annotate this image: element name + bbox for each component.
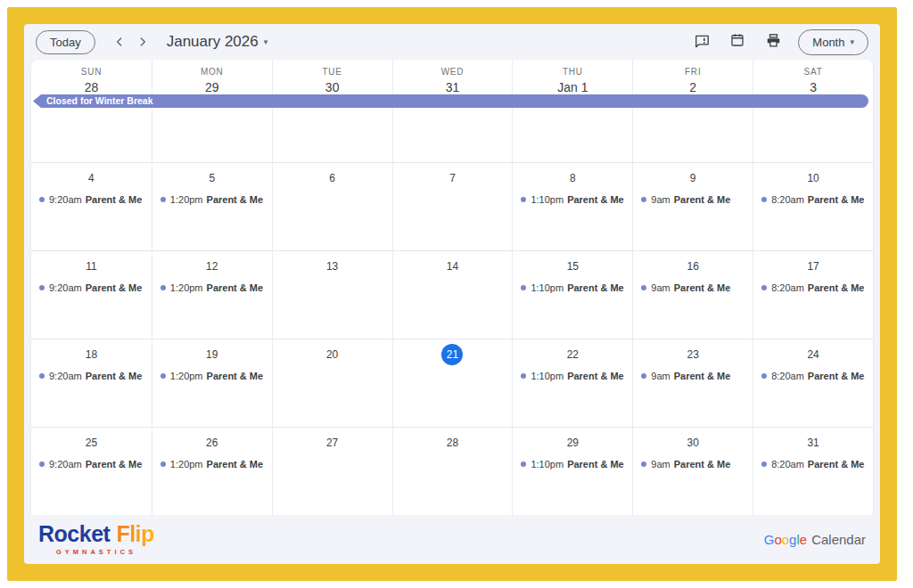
cell-date-label: 30: [682, 432, 703, 453]
event-parent-me[interactable]: 1:10pmParent & Me: [521, 368, 629, 384]
event-parent-me[interactable]: 8:20amParent & Me: [761, 368, 869, 384]
page-title: January 2026: [167, 33, 259, 51]
day-cell-22: 221:10pmParent & Me: [512, 339, 632, 427]
event-parent-me[interactable]: 9amParent & Me: [641, 280, 749, 296]
day-cell-18: 189:20amParent & Me: [31, 339, 152, 427]
event-parent-me[interactable]: 9amParent & Me: [641, 368, 749, 384]
event-parent-me[interactable]: 9amParent & Me: [641, 456, 749, 472]
event-parent-me[interactable]: 1:10pmParent & Me: [521, 192, 629, 208]
event-dot-icon: [641, 285, 646, 290]
event-title: Parent & Me: [567, 459, 624, 470]
event-time: 8:20am: [771, 194, 804, 205]
event-time: 1:10pm: [531, 282, 563, 293]
event-time: 9:20am: [49, 371, 82, 381]
cell-date-label: 17: [802, 256, 824, 277]
event-title: Parent & Me: [674, 282, 731, 293]
prev-month-button[interactable]: [108, 30, 131, 53]
event-title: Parent & Me: [86, 194, 143, 205]
view-selector-label: Month: [812, 36, 844, 49]
feedback-button[interactable]: [689, 29, 714, 54]
event-title: Parent & Me: [674, 194, 731, 205]
event-dot-icon: [761, 373, 767, 379]
chevron-down-icon: ▾: [850, 37, 854, 46]
event-closed-for-winter-break[interactable]: Closed for Winter Break: [33, 94, 868, 108]
event-time: 1:10pm: [531, 371, 563, 381]
cell-date-label: 5: [202, 167, 223, 189]
event-title: Parent & Me: [207, 459, 264, 470]
day-cell-19: 191:20pmParent & Me: [152, 339, 272, 427]
event-list: 9amParent & Me: [633, 456, 753, 472]
day-date-label: Jan 1: [513, 80, 632, 94]
month-year-dropdown[interactable]: January 2026 ▾: [167, 33, 268, 51]
today-date-badge: 21: [441, 344, 463, 365]
event-parent-me[interactable]: 9:20amParent & Me: [39, 280, 148, 296]
add-to-calendar-button[interactable]: [725, 29, 750, 54]
day-cell-31: 318:20amParent & Me: [753, 428, 873, 515]
event-parent-me[interactable]: 9:20amParent & Me: [39, 192, 148, 208]
day-header-row: SUN28MON29TUE30WED31THUJan 1FRI2SAT3: [31, 60, 873, 162]
event-parent-me[interactable]: 1:10pmParent & Me: [521, 456, 629, 472]
cell-date-label: 9: [682, 167, 703, 189]
cell-date-label: 13: [322, 256, 343, 277]
view-selector-dropdown[interactable]: Month ▾: [798, 29, 868, 55]
week-row-3: 119:20amParent & Me121:20pmParent & Me13…: [31, 250, 873, 339]
event-time: 1:20pm: [170, 194, 203, 205]
day-header-wed: WED31: [392, 60, 513, 162]
event-parent-me[interactable]: 9:20amParent & Me: [39, 456, 148, 472]
cell-date-label: 19: [202, 344, 223, 365]
event-title: Parent & Me: [808, 371, 865, 381]
event-list: 9:20amParent & Me: [31, 280, 152, 296]
event-parent-me[interactable]: 8:20amParent & Me: [761, 456, 869, 472]
event-parent-me[interactable]: 1:10pmParent & Me: [521, 280, 629, 296]
event-list: 9amParent & Me: [633, 368, 753, 384]
today-button[interactable]: Today: [36, 30, 95, 54]
day-cell-15: 151:10pmParent & Me: [512, 251, 632, 339]
day-cell-20: 20: [272, 339, 392, 427]
cell-date-label: 16: [682, 256, 703, 277]
event-parent-me[interactable]: 1:20pmParent & Me: [160, 192, 268, 208]
event-parent-me[interactable]: 9:20amParent & Me: [39, 368, 148, 384]
event-list: 1:20pmParent & Me: [152, 280, 272, 296]
event-list: 9amParent & Me: [633, 192, 753, 208]
event-list: 8:20amParent & Me: [753, 368, 873, 384]
day-cell-30: 309amParent & Me: [632, 428, 753, 515]
next-month-button[interactable]: [131, 30, 154, 53]
event-title: Parent & Me: [207, 282, 264, 293]
cell-date-label: 22: [562, 344, 583, 365]
event-parent-me[interactable]: 1:20pmParent & Me: [160, 456, 268, 472]
cell-date-label: 7: [441, 167, 463, 189]
google-calendar-label: Calendar: [811, 532, 866, 547]
event-time: 1:10pm: [531, 459, 563, 470]
day-date-label: 2: [633, 80, 753, 94]
event-parent-me[interactable]: 9amParent & Me: [641, 192, 749, 208]
event-parent-me[interactable]: 1:20pmParent & Me: [160, 280, 268, 296]
google-calendar-link[interactable]: Google Calendar: [764, 532, 866, 547]
event-title: Parent & Me: [674, 371, 731, 381]
event-dot-icon: [39, 461, 45, 467]
event-list: 1:10pmParent & Me: [513, 368, 632, 384]
event-title: Parent & Me: [86, 459, 143, 470]
event-list: 8:20amParent & Me: [753, 280, 873, 296]
event-title: Parent & Me: [86, 282, 143, 293]
cell-date-label: 23: [682, 344, 703, 365]
day-date-label: 3: [753, 80, 873, 94]
cell-date-label: 15: [562, 256, 583, 277]
event-parent-me[interactable]: 1:20pmParent & Me: [160, 368, 268, 384]
print-button[interactable]: [761, 29, 786, 54]
event-time: 9am: [651, 282, 670, 293]
week-row-1: SUN28MON29TUE30WED31THUJan 1FRI2SAT3 Clo…: [31, 60, 873, 162]
event-title: Parent & Me: [86, 371, 143, 381]
google-logo-letter: G: [764, 532, 775, 547]
event-dot-icon: [641, 373, 646, 379]
event-parent-me[interactable]: 8:20amParent & Me: [761, 192, 869, 208]
event-title: Parent & Me: [567, 194, 624, 205]
cell-date-label: 10: [802, 167, 824, 189]
day-cell-13: 13: [272, 251, 392, 339]
event-title: Parent & Me: [808, 282, 865, 293]
event-parent-me[interactable]: 8:20amParent & Me: [761, 280, 869, 296]
day-cell-7: 7: [392, 163, 513, 250]
google-logo-letter: o: [774, 532, 781, 547]
cell-date-label: 27: [322, 432, 343, 453]
event-title: Parent & Me: [207, 194, 264, 205]
event-time: 8:20am: [771, 282, 804, 293]
